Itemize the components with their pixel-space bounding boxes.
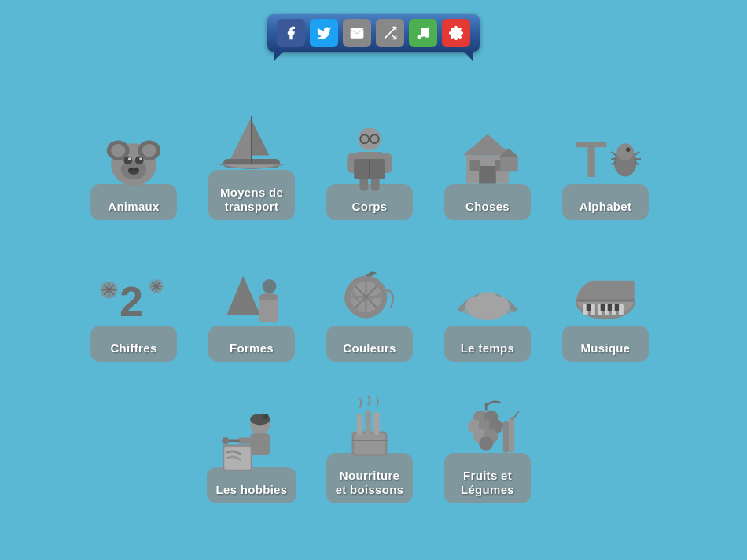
category-animaux[interactable]: Animaux [79, 87, 189, 220]
svg-text:T: T [576, 131, 607, 188]
music-button[interactable] [409, 19, 437, 47]
svg-point-74 [475, 292, 500, 311]
svg-point-109 [479, 437, 493, 451]
category-transport[interactable]: Moyens de transport [197, 87, 307, 220]
couleurs-icon [330, 261, 409, 340]
temps-icon [448, 261, 527, 340]
svg-point-11 [123, 156, 132, 164]
svg-rect-62 [259, 297, 278, 322]
svg-rect-84 [601, 304, 605, 311]
svg-point-9 [142, 144, 156, 157]
category-grid: Animaux Moyens de transport [79, 87, 668, 503]
category-temps[interactable]: Le temps [432, 228, 543, 362]
corps-icon [330, 120, 409, 198]
animaux-icon [94, 120, 173, 198]
chiffres-icon: 2 [94, 261, 173, 340]
svg-text:2: 2 [120, 278, 143, 325]
svg-rect-86 [615, 304, 619, 311]
email-button[interactable] [343, 19, 371, 47]
svg-rect-98 [357, 414, 362, 435]
category-formes[interactable]: Formes [197, 228, 307, 362]
svg-marker-18 [230, 116, 252, 159]
choses-icon [448, 120, 527, 198]
svg-line-47 [635, 152, 639, 156]
svg-point-90 [263, 414, 268, 419]
facebook-button[interactable] [277, 19, 305, 47]
category-choses[interactable]: Choses [432, 87, 543, 220]
svg-rect-39 [500, 157, 518, 171]
svg-point-8 [111, 144, 125, 157]
nourriture-icon [330, 389, 409, 467]
twitter-button[interactable] [310, 19, 338, 47]
svg-point-93 [222, 437, 229, 444]
svg-rect-112 [509, 418, 514, 453]
svg-rect-83 [587, 304, 591, 311]
formes-icon [212, 261, 291, 340]
category-hobbies[interactable]: Les hobbies [197, 370, 307, 503]
svg-point-43 [626, 148, 630, 152]
svg-line-44 [611, 152, 616, 156]
svg-rect-91 [237, 438, 252, 444]
svg-rect-36 [470, 160, 481, 171]
transport-icon [212, 105, 291, 184]
shuffle-button[interactable] [376, 19, 404, 47]
svg-rect-97 [354, 433, 385, 454]
svg-point-14 [139, 157, 142, 160]
category-chiffres[interactable]: 2 Chiffres [79, 228, 189, 362]
svg-point-12 [135, 156, 144, 164]
category-musique[interactable]: Musique [550, 228, 661, 362]
svg-rect-88 [250, 433, 270, 455]
svg-rect-82 [618, 304, 624, 315]
svg-marker-19 [252, 120, 270, 156]
category-fruits[interactable]: Fruits et Légumes [432, 370, 543, 503]
svg-point-17 [134, 168, 138, 171]
svg-rect-111 [503, 421, 509, 453]
svg-point-16 [129, 168, 133, 171]
svg-rect-100 [374, 412, 379, 435]
svg-point-13 [128, 157, 131, 160]
alphabet-icon: T [566, 120, 645, 198]
svg-point-63 [259, 293, 278, 300]
musique-icon [566, 261, 645, 340]
category-corps[interactable]: Corps [315, 87, 425, 220]
category-alphabet[interactable]: T Alphabet [550, 87, 661, 220]
svg-point-3 [425, 34, 429, 38]
svg-marker-61 [227, 276, 260, 315]
svg-point-42 [616, 143, 634, 160]
toolbar [267, 14, 480, 52]
settings-button[interactable] [442, 19, 470, 47]
category-couleurs[interactable]: Couleurs [315, 228, 425, 362]
svg-rect-99 [366, 411, 371, 436]
fruits-icon [448, 389, 527, 467]
svg-rect-35 [479, 166, 496, 184]
category-nourriture[interactable]: Nourriture et boissons [315, 370, 425, 503]
hobbies-icon [212, 403, 291, 481]
svg-rect-78 [590, 304, 595, 315]
svg-point-2 [418, 35, 421, 39]
svg-rect-85 [608, 304, 612, 311]
svg-point-64 [263, 279, 277, 293]
